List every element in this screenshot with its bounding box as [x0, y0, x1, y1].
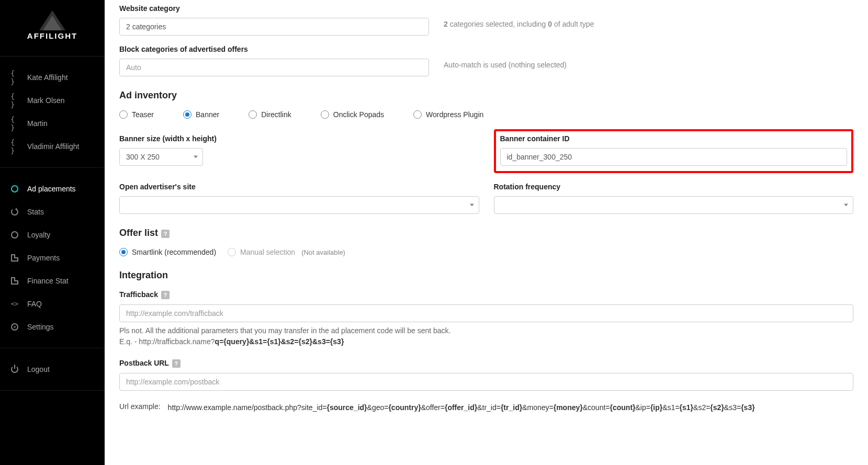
- arrows-icon: <>: [10, 300, 19, 308]
- radio-onclick-popads[interactable]: Onclick Popads: [321, 110, 384, 119]
- sidebar-item-payments[interactable]: Payments: [0, 246, 105, 269]
- circle-icon: [10, 231, 19, 239]
- brand-logo: AFFILIGHT: [0, 0, 105, 56]
- trafficback-note: Pls not. All the additional parameters t…: [119, 325, 853, 347]
- website-category-hint: 2 categories selected, including 0 of ad…: [444, 4, 594, 28]
- banner-container-highlight: Banner container ID: [494, 129, 854, 173]
- radio-icon: [183, 110, 191, 119]
- sidebar-item-ad-placements[interactable]: Ad placements: [0, 177, 105, 200]
- banner-container-input[interactable]: [500, 148, 848, 166]
- sidebar-user-martin[interactable]: { }Martin: [0, 112, 105, 135]
- brand-name: AFFILIGHT: [0, 31, 105, 40]
- ad-inventory-radios: Teaser Banner Directlink Onclick Popads …: [119, 110, 853, 119]
- integration-title: Integration: [119, 270, 853, 281]
- radio-icon: [321, 110, 329, 119]
- open-advertiser-label: Open advertiser's site: [119, 183, 479, 191]
- banner-size-label: Banner size (width x height): [119, 134, 479, 143]
- radio-icon: [119, 248, 128, 256]
- gear-icon: [10, 323, 19, 331]
- braces-icon: { }: [10, 96, 19, 105]
- sidebar-item-stats[interactable]: Stats: [0, 200, 105, 223]
- offer-list-title: Offer list?: [119, 228, 853, 239]
- braces-icon: { }: [10, 142, 19, 151]
- sidebar-users-group: { }Kate Affilight { }Mark Olsen { }Marti…: [0, 56, 105, 168]
- radio-manual-selection: Manual selection(Not available): [228, 248, 345, 256]
- radio-teaser[interactable]: Teaser: [119, 110, 154, 119]
- radio-icon: [249, 110, 257, 119]
- sidebar-user-vladimir[interactable]: { }Vladimir Affilight: [0, 135, 105, 158]
- block-categories-hint: Auto-match is used (nothing selected): [444, 45, 567, 69]
- radio-icon: [228, 248, 236, 256]
- help-icon[interactable]: ?: [161, 230, 170, 238]
- logo-triangle-icon: [37, 10, 68, 34]
- radio-smartlink[interactable]: Smartlink (recommended): [119, 248, 216, 256]
- main-content: Website category 2 categories selected, …: [105, 0, 868, 465]
- radio-icon: [413, 110, 422, 119]
- trafficback-input[interactable]: [119, 304, 853, 322]
- website-category-label: Website category: [119, 4, 429, 13]
- radio-wordpress-plugin[interactable]: Wordpress Plugin: [413, 110, 483, 119]
- url-example-label: Url example:: [119, 402, 161, 411]
- sidebar-item-faq[interactable]: <>FAQ: [0, 292, 105, 315]
- radio-directlink[interactable]: Directlink: [249, 110, 291, 119]
- help-icon[interactable]: ?: [172, 359, 181, 368]
- open-advertiser-select[interactable]: [119, 196, 479, 214]
- block-categories-input[interactable]: [119, 59, 429, 76]
- banner-container-label: Banner container ID: [500, 134, 848, 143]
- sidebar-user-mark[interactable]: { }Mark Olsen: [0, 89, 105, 112]
- sidebar-item-logout[interactable]: Logout: [0, 358, 105, 381]
- sidebar-logout-group: Logout: [0, 348, 105, 391]
- postback-label: Postback URL?: [119, 359, 853, 368]
- target-icon: [10, 185, 19, 193]
- postback-input[interactable]: [119, 373, 853, 391]
- radio-icon: [119, 110, 128, 119]
- sidebar-item-finance-stat[interactable]: Finance Stat: [0, 269, 105, 292]
- power-icon: [10, 365, 19, 373]
- sidebar-nav-group: Ad placements Stats Loyalty Payments Fin…: [0, 168, 105, 348]
- refresh-icon: [10, 208, 19, 216]
- help-icon[interactable]: ?: [161, 291, 170, 299]
- url-example: Url example: http://www.example.name/pos…: [119, 402, 853, 413]
- ad-inventory-title: Ad inventory: [119, 90, 853, 101]
- banner-size-select[interactable]: [119, 148, 203, 166]
- trafficback-label: Trafficback?: [119, 290, 853, 299]
- rotation-frequency-label: Rotation frequency: [494, 183, 854, 191]
- url-example-value: http://www.example.name/postback.php?sit…: [168, 402, 755, 413]
- block-categories-label: Block categories of advertised offers: [119, 45, 429, 53]
- braces-icon: { }: [10, 73, 19, 82]
- website-category-select[interactable]: [119, 18, 429, 36]
- sidebar-item-loyalty[interactable]: Loyalty: [0, 223, 105, 246]
- square-icon: [10, 254, 19, 262]
- radio-banner[interactable]: Banner: [183, 110, 219, 119]
- sidebar: AFFILIGHT { }Kate Affilight { }Mark Olse…: [0, 0, 105, 465]
- rotation-frequency-select[interactable]: [494, 196, 854, 214]
- braces-icon: { }: [10, 119, 19, 128]
- sidebar-user-kate[interactable]: { }Kate Affilight: [0, 66, 105, 89]
- square-icon: [10, 277, 19, 285]
- sidebar-item-settings[interactable]: Settings: [0, 315, 105, 338]
